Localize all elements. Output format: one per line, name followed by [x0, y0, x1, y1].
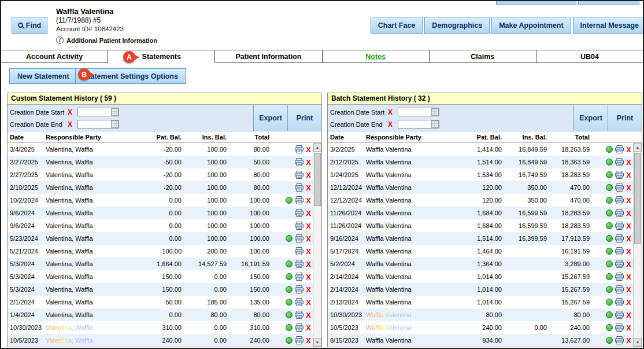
delete-icon[interactable]: X	[306, 159, 311, 166]
scroll-up-icon[interactable]: ▲	[634, 143, 642, 152]
delete-icon[interactable]: X	[306, 324, 311, 332]
delete-icon[interactable]: X	[626, 159, 631, 166]
delete-icon[interactable]: X	[306, 235, 311, 243]
tab-claims[interactable]: Claims	[430, 50, 536, 63]
delete-icon[interactable]: X	[626, 210, 631, 217]
statement-row[interactable]: 11/26/2024Waffla Valentina1,684.0016,599…	[328, 207, 633, 219]
print-icon[interactable]	[615, 298, 624, 306]
make-appointment-button[interactable]: Make Appointment	[491, 17, 571, 34]
tab-ub04[interactable]: UB04	[536, 50, 643, 63]
calendar-icon[interactable]	[431, 120, 439, 128]
tab-patient-information[interactable]: Patient Information	[215, 50, 322, 63]
statement-row[interactable]: 1/24/2025Waffla Valentina1,534.0016,749.…	[328, 168, 633, 181]
print-icon[interactable]	[615, 196, 624, 204]
delete-icon[interactable]: X	[306, 184, 311, 192]
delete-icon[interactable]: X	[626, 197, 631, 204]
statement-row[interactable]: 10/5/2023Waffla Valentina240.000.00240.0…	[328, 321, 633, 334]
print-icon[interactable]	[615, 209, 624, 217]
tab-notes[interactable]: Notes	[323, 50, 430, 63]
delete-icon[interactable]: X	[306, 197, 311, 204]
print-icon[interactable]	[295, 260, 304, 268]
statement-row[interactable]: 2/14/2024Waffla Valentina1,014.0015,267.…	[328, 283, 633, 296]
statement-row[interactable]: 2/12/2025Waffla Valentina1,514.0016,849.…	[328, 156, 633, 168]
demographics-button[interactable]: Demographics	[424, 17, 490, 34]
delete-icon[interactable]: X	[626, 235, 631, 243]
find-button[interactable]: Find	[12, 17, 47, 34]
export-button[interactable]: Export	[573, 105, 608, 131]
print-icon[interactable]	[295, 285, 304, 293]
delete-icon[interactable]: X	[306, 171, 311, 179]
print-icon[interactable]	[295, 273, 304, 281]
statement-row[interactable]: 5/23/2024Valentina, Waffla0.00100.00100.…	[8, 232, 313, 245]
statement-row[interactable]: 2/1/2024Valentina, Waffla-50.00185.00135…	[8, 296, 313, 308]
statement-row[interactable]: 2/27/2025Valentina, Waffla-20.00100.0080…	[8, 168, 313, 181]
print-icon[interactable]	[295, 196, 304, 204]
print-icon[interactable]	[295, 247, 304, 255]
print-icon[interactable]	[615, 273, 624, 281]
scrollbar-thumb[interactable]	[634, 153, 641, 244]
delete-icon[interactable]: X	[306, 222, 311, 230]
export-button[interactable]: Export	[253, 105, 287, 131]
internal-message-button[interactable]: Internal Message	[573, 17, 644, 34]
statement-row[interactable]: 2/10/2025Valentina, Waffla-20.00100.0080…	[8, 181, 313, 194]
print-icon[interactable]	[615, 158, 624, 166]
delete-icon[interactable]: X	[306, 210, 311, 217]
print-icon[interactable]	[295, 324, 304, 332]
additional-patient-info-link[interactable]: i Additional Patient Information	[56, 36, 157, 44]
tab-statements[interactable]: A Statements	[108, 50, 215, 63]
delete-icon[interactable]: X	[626, 184, 631, 192]
statement-row[interactable]: 9/6/2024Valentina, Waffla0.00100.00100.0…	[8, 207, 313, 219]
print-icon[interactable]	[615, 171, 624, 179]
print-icon[interactable]	[295, 209, 304, 217]
print-icon[interactable]	[615, 324, 624, 332]
print-icon[interactable]	[615, 234, 624, 243]
delete-icon[interactable]: X	[626, 248, 631, 255]
print-icon[interactable]	[615, 311, 624, 319]
print-icon[interactable]	[615, 336, 624, 344]
clear-end-date-icon[interactable]: X	[388, 120, 395, 128]
delete-icon[interactable]: X	[306, 260, 311, 268]
scroll-down-icon[interactable]: ▼	[313, 338, 321, 347]
clear-end-date-icon[interactable]: X	[68, 120, 75, 128]
new-statement-button[interactable]: New Statement	[9, 68, 77, 84]
statement-row[interactable]: 12/12/2024Waffla Valentina120.00350.0047…	[328, 194, 633, 207]
delete-icon[interactable]: X	[306, 337, 311, 344]
delete-icon[interactable]: X	[626, 222, 631, 230]
statement-row[interactable]: 5/3/2024Valentina, Waffla150.000.00150.0…	[8, 283, 313, 296]
cutoff-button-2[interactable]	[578, 0, 639, 5]
statement-row[interactable]: 2/13/2024Waffla Valentina1,014.0015,267.…	[328, 296, 633, 308]
print-icon[interactable]	[295, 234, 304, 243]
scrollbar[interactable]: ▲ ▼	[313, 143, 321, 347]
delete-icon[interactable]: X	[626, 171, 631, 179]
clear-start-date-icon[interactable]: X	[388, 108, 395, 116]
statement-row[interactable]: 9/6/2024Valentina, Waffla0.00100.00100.0…	[8, 219, 313, 232]
calendar-icon[interactable]	[111, 108, 119, 116]
delete-icon[interactable]: X	[626, 273, 631, 281]
statement-row[interactable]: 10/30/2023Waffla Valentina80.0080.00X	[328, 308, 633, 321]
delete-icon[interactable]: X	[306, 311, 311, 319]
statement-row[interactable]: 9/16/2024Waffla Valentina1,514.0016,399.…	[328, 232, 633, 245]
statement-row[interactable]: 10/30/2023Valentina, Waffla310.000.00310…	[8, 321, 313, 334]
print-icon[interactable]	[295, 336, 304, 344]
print-icon[interactable]	[295, 158, 304, 166]
statement-row[interactable]: 12/12/2024Waffla Valentina120.00350.0047…	[328, 181, 633, 194]
statement-row[interactable]: 11/26/2024Waffla Valentina1,684.0016,599…	[328, 219, 633, 232]
calendar-icon[interactable]	[431, 108, 439, 116]
print-icon[interactable]	[615, 183, 624, 192]
cutoff-button-1[interactable]	[496, 0, 576, 5]
statement-row[interactable]: 8/15/2023Waffla Valentina934.0013,627.00…	[328, 334, 633, 347]
statement-row[interactable]: 2/27/2025Valentina, Waffla-50.00100.0050…	[8, 156, 313, 168]
delete-icon[interactable]: X	[626, 311, 631, 319]
print-icon[interactable]	[295, 183, 304, 192]
creation-date-end-input[interactable]	[77, 120, 119, 128]
tab-account-activity[interactable]: Account Activity	[1, 50, 108, 63]
statement-row[interactable]: 3/2/2025Waffla Valentina1,414.0016,849.5…	[328, 143, 633, 156]
print-icon[interactable]	[295, 298, 304, 306]
statement-row[interactable]: 5/3/2024Valentina, Waffla150.000.00150.0…	[8, 270, 313, 283]
print-icon[interactable]	[295, 171, 304, 179]
print-icon[interactable]	[295, 222, 304, 230]
delete-icon[interactable]: X	[306, 273, 311, 281]
print-icon[interactable]	[615, 285, 624, 293]
scroll-down-icon[interactable]: ▼	[634, 338, 642, 347]
scroll-up-icon[interactable]: ▲	[313, 143, 321, 152]
